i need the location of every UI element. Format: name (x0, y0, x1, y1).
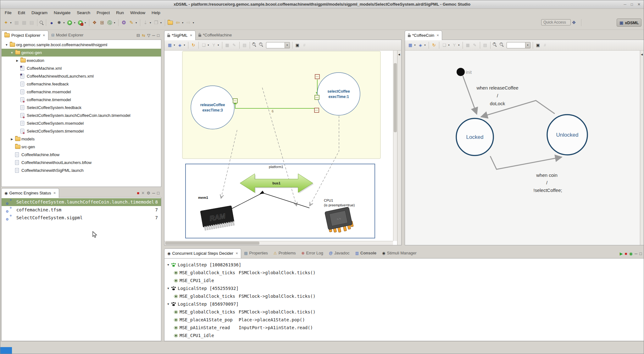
quick-access-input[interactable] (541, 19, 571, 25)
logical-step-row[interactable]: ▼LogicalStep [455255932] (164, 285, 644, 292)
debug-icon[interactable]: ✹ (56, 19, 63, 26)
tab-concurrent-logical-steps-decider[interactable]: ◉Concurrent Logical Steps Decider✕ (164, 248, 241, 258)
eng-maximize-icon[interactable]: □ (157, 191, 159, 195)
logical-step-row[interactable]: ▼LogicalStep [1008261936] (164, 261, 644, 269)
twistie-icon[interactable]: ▼ (10, 51, 14, 54)
tree-item-coffemachine-feedback[interactable]: coffemachine.feedback (2, 80, 161, 88)
tree-item-coffeemachinewithoutlaunchers-bflow[interactable]: CoffeeMachinewithoutLaunchers.bflow (2, 159, 161, 166)
back-icon[interactable]: ⇦ (175, 19, 181, 26)
menu-search[interactable]: Search (74, 9, 93, 16)
tree-item-models[interactable]: ▶models (2, 135, 161, 143)
splitter-editors[interactable] (402, 30, 405, 245)
tab-javadoc[interactable]: @Javadoc (326, 248, 353, 258)
chevron-down-icon[interactable]: ▼ (84, 22, 86, 24)
new-wizard-icon[interactable]: ✦ (3, 19, 9, 26)
new-gemoc-project-icon[interactable]: Ⓖ (106, 19, 113, 26)
perspective-button-xdsml[interactable]: ▣ xDSML (617, 19, 641, 27)
zoom-level-combo[interactable]: ▼ (507, 42, 530, 48)
pe-view-menu-icon[interactable]: ▽ (147, 33, 150, 38)
chevron-down-icon[interactable]: ▼ (458, 44, 460, 46)
search-dialog-icon[interactable] (39, 20, 44, 25)
layout-filter-icon[interactable]: ◈ (177, 42, 183, 48)
palette-expand-icon[interactable]: ◀ (398, 53, 400, 56)
tab-model-explorer[interactable]: ⊟Model Explorer (48, 30, 86, 40)
tab-error-log[interactable]: ⊗Error Log (299, 248, 326, 258)
edit-mode-icon[interactable]: ✎ (472, 42, 478, 48)
close-icon[interactable]: ✕ (53, 191, 56, 195)
tree-item-selectcoffeesystem-launchcoffeecoin-launch-timemodel[interactable]: SelectCoffeeSystem.launchCoffeeCoin.laun… (2, 112, 161, 119)
chevron-down-icon[interactable]: ▼ (63, 22, 65, 24)
tree-item-selectcoffeesystem-msemodel[interactable]: SelectCoffeeSystem.msemodel (2, 119, 161, 127)
plugin-discovery-icon[interactable]: ❂ (120, 19, 127, 26)
collapsed-palette[interactable]: ◀ (397, 51, 401, 245)
splitter-left[interactable] (161, 30, 164, 341)
close-icon[interactable]: ✕ (190, 34, 192, 37)
decider-engine-health-icon[interactable]: ◉ (629, 251, 633, 256)
engine-row[interactable]: SelectCoffeeSystem.launchCoffeeCoin.laun… (2, 198, 161, 206)
eng-engine-options-icon[interactable]: ⚙ (147, 191, 150, 195)
export-diagram-icon[interactable]: ▦ (465, 42, 471, 48)
window-minimize-icon[interactable]: ─ (624, 2, 626, 7)
actor-selectcoffee[interactable] (317, 73, 360, 115)
zoom-in-icon[interactable]: + (252, 42, 258, 48)
twistie-icon[interactable]: ▼ (166, 302, 170, 306)
zoom-out-icon[interactable]: − (499, 42, 506, 48)
tab--sigpml[interactable]: *SigPML✕ (164, 30, 196, 40)
pe-minimize-icon[interactable]: ─ (152, 33, 155, 38)
layout-filter-icon[interactable]: ◈ (417, 42, 424, 48)
tree-item-src-gen[interactable]: src-gen (2, 143, 161, 151)
tab-project-explorer[interactable]: Project Explorer✕ (1, 30, 48, 40)
print-icon[interactable]: ▤ (28, 19, 35, 26)
decider-resume-icon[interactable]: ▶ (620, 251, 623, 256)
chevron-down-icon[interactable]: ▼ (424, 44, 426, 46)
snapshot-icon[interactable]: ▣ (535, 42, 541, 48)
pe-collapse-all-icon[interactable]: ⊟ (136, 33, 140, 38)
chevron-down-icon[interactable]: ▼ (74, 22, 76, 24)
decider-minimize-icon[interactable]: ─ (635, 251, 637, 256)
menu-file[interactable]: File (2, 9, 15, 16)
twistie-icon[interactable]: ▶ (15, 59, 19, 62)
chevron-down-icon[interactable]: ▼ (182, 22, 184, 24)
chevron-down-icon[interactable]: ▼ (173, 44, 175, 46)
twistie-icon[interactable]: ▼ (5, 43, 8, 46)
mse-row[interactable]: MSE_globalClock_ticksFSMClock->globalClo… (164, 269, 644, 277)
snapshot-icon[interactable]: ▣ (294, 42, 301, 48)
pe-link-with-editor-icon[interactable]: ⇆ (142, 33, 145, 38)
eng-minimize-icon[interactable]: ─ (152, 191, 155, 195)
engine-row[interactable]: coffemachine.tfsm7 (2, 206, 161, 214)
tab--coffeecoin[interactable]: *CoffeeCoin✕ (405, 30, 442, 40)
open-window-icon[interactable]: ❐ (153, 19, 160, 26)
menu-edit[interactable]: Edit (15, 9, 28, 16)
export-diagram-icon[interactable]: ▦ (224, 42, 230, 48)
chevron-down-icon[interactable]: ▼ (285, 42, 290, 48)
pe-maximize-icon[interactable]: □ (157, 33, 159, 38)
window-maximize-icon[interactable]: □ (631, 2, 633, 7)
distribute-icon[interactable]: Y (211, 42, 217, 48)
twistie-icon[interactable]: ▶ (10, 138, 14, 141)
close-icon[interactable]: ✕ (42, 34, 45, 37)
chevron-down-icon[interactable]: ▼ (183, 44, 186, 46)
horizontal-scrollbar[interactable] (164, 241, 393, 245)
actor-releasecoffee[interactable] (191, 86, 234, 129)
initial-state-node[interactable] (457, 68, 465, 76)
annotate-icon[interactable]: ✎ (128, 19, 135, 26)
coffeecoin-canvas[interactable]: init Locked Unlocked when releaseCoffee … (405, 51, 644, 245)
mse-row[interactable]: MSE_CPU1_idle (164, 277, 644, 285)
tree-item-coffeemachine-bflow[interactable]: CoffeeMachine.bflow (2, 151, 161, 159)
chevron-down-icon[interactable]: ▼ (192, 22, 194, 24)
chevron-down-icon[interactable]: ▼ (10, 22, 12, 24)
debug-model-icon[interactable]: ● (48, 19, 55, 26)
mse-row[interactable]: MSE_globalClock_ticksFSMClock->globalClo… (164, 308, 644, 316)
initial-transition[interactable] (463, 76, 477, 114)
zoom-out-icon[interactable]: − (259, 42, 265, 48)
decider-maximize-icon[interactable]: □ (639, 251, 642, 256)
new-module-icon[interactable]: ⊞ (99, 19, 106, 26)
window-close-icon[interactable]: ✕ (637, 2, 641, 7)
eng-stop-engine-icon[interactable]: ■ (137, 191, 140, 195)
refresh-diagram-icon[interactable]: ↻ (190, 42, 197, 48)
chevron-down-icon[interactable]: ▼ (207, 44, 209, 46)
tab-stimuli-manager[interactable]: ◉Stimuli Manager (379, 248, 419, 258)
twistie-icon[interactable]: ▼ (166, 287, 170, 290)
save-all-icon[interactable]: ▩ (21, 19, 28, 26)
engine-row[interactable]: SelectCoffeeSystem.sigpml7 (2, 214, 161, 222)
